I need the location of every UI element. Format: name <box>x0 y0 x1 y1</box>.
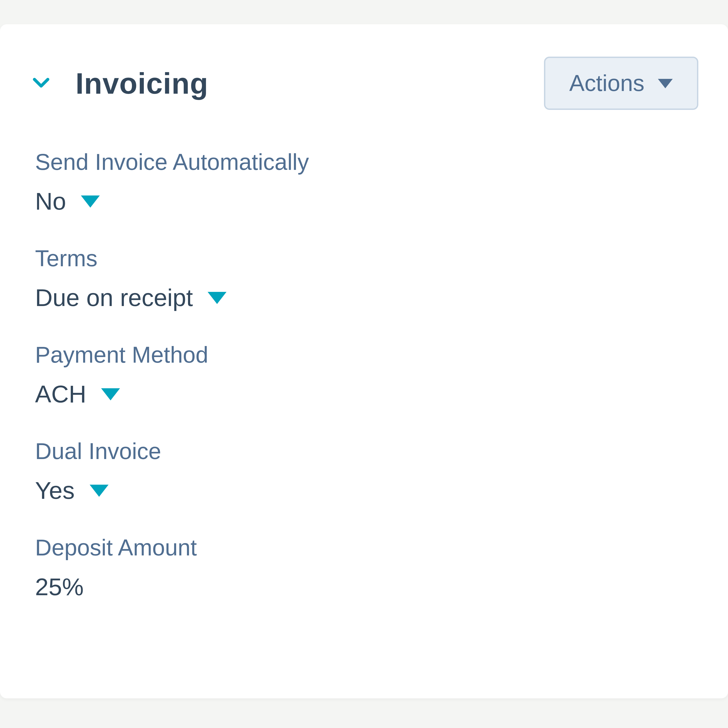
svg-marker-2 <box>208 292 226 304</box>
field-dual-invoice: Dual Invoice Yes <box>30 438 698 505</box>
deposit-amount-value: 25% <box>35 573 698 601</box>
section-title: Invoicing <box>75 67 208 100</box>
field-deposit-amount: Deposit Amount 25% <box>30 535 698 601</box>
payment-method-dropdown[interactable]: ACH <box>35 380 120 408</box>
svg-marker-4 <box>89 485 108 497</box>
field-label: Dual Invoice <box>35 438 698 465</box>
dropdown-value-text: Due on receipt <box>35 284 193 312</box>
terms-dropdown[interactable]: Due on receipt <box>35 284 226 312</box>
caret-down-icon <box>208 292 226 304</box>
svg-marker-0 <box>658 79 673 88</box>
svg-marker-3 <box>101 388 120 401</box>
card-header-left: Invoicing <box>30 67 208 100</box>
field-terms: Terms Due on receipt <box>30 245 698 312</box>
field-label: Payment Method <box>35 342 698 368</box>
field-label: Terms <box>35 245 698 272</box>
caret-down-icon <box>89 485 108 497</box>
dropdown-value-text: Yes <box>35 477 75 505</box>
actions-button[interactable]: Actions <box>544 57 699 110</box>
card-header: Invoicing Actions <box>30 57 698 110</box>
field-payment-method: Payment Method ACH <box>30 342 698 408</box>
send-invoice-automatically-dropdown[interactable]: No <box>35 187 100 216</box>
field-label: Deposit Amount <box>35 535 698 561</box>
svg-marker-1 <box>81 196 100 208</box>
dropdown-value-text: ACH <box>35 380 86 408</box>
caret-down-icon <box>101 388 120 401</box>
dual-invoice-dropdown[interactable]: Yes <box>35 477 108 505</box>
invoicing-card: Invoicing Actions Send Invoice Automatic… <box>0 24 728 698</box>
actions-button-label: Actions <box>569 70 645 96</box>
caret-down-icon <box>658 79 673 88</box>
field-send-invoice-automatically: Send Invoice Automatically No <box>30 149 698 216</box>
field-label: Send Invoice Automatically <box>35 149 698 175</box>
dropdown-value-text: No <box>35 187 66 216</box>
collapse-chevron-icon[interactable] <box>30 70 53 96</box>
caret-down-icon <box>81 196 100 208</box>
